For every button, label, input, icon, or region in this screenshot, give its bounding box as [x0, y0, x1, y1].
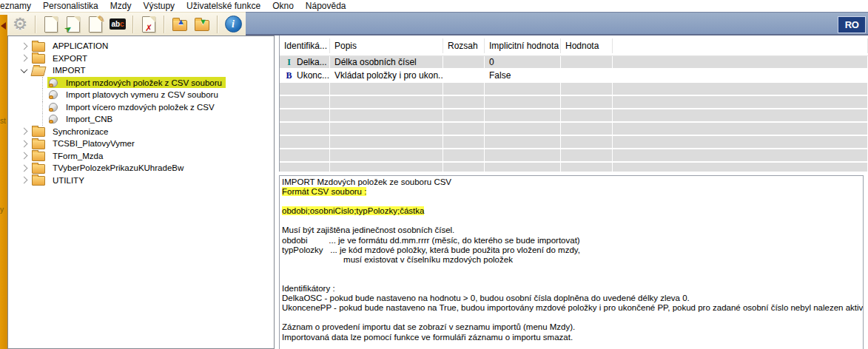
- tree-item-label: Synchronizace: [50, 127, 110, 136]
- table-cell: [280, 109, 330, 121]
- import-document-icon[interactable]: ➤: [64, 15, 83, 34]
- tree-item-label: UTILITY: [50, 176, 87, 185]
- tree-item-tform-mzda[interactable]: TForm_Mzda: [8, 150, 274, 163]
- table-cell: BUkonc...: [280, 70, 330, 81]
- description-line: Záznam o provedení importu dat se zobraz…: [282, 322, 863, 332]
- table-row[interactable]: [280, 109, 868, 121]
- tree-item-tcsbi-platovyvymer[interactable]: TCSBI_PlatovyVymer: [8, 138, 274, 150]
- table-cell: [561, 56, 613, 68]
- tree-item-tvyberpolozekprikazukuhradebw[interactable]: TVyberPolozekPrikazuKUhradeBw: [8, 162, 274, 174]
- menu-item-v-stupy[interactable]: Výstupy: [137, 1, 181, 11]
- chevron-right-icon[interactable]: [21, 55, 28, 62]
- table-cell: [561, 70, 613, 81]
- tree-item-label: Import_CNB: [64, 115, 115, 123]
- table-cell: [485, 109, 561, 121]
- table-cell: [485, 149, 561, 161]
- app-logo: RO: [838, 16, 866, 33]
- table-cell: 0: [485, 56, 561, 68]
- delete-document-icon[interactable]: ✗: [139, 15, 158, 34]
- column-header-spacer[interactable]: [613, 38, 868, 53]
- description-line: DelkaOSC - pokud bude nastaveno na hodno…: [282, 294, 863, 303]
- table-row[interactable]: [280, 83, 868, 95]
- table-cell: [280, 149, 330, 161]
- table-cell: [613, 136, 868, 148]
- tree-item-label: EXPORT: [50, 54, 90, 63]
- description-line: obdobi ... je ve formátu dd.mm.rrrr (měs…: [282, 236, 863, 245]
- table-cell: [443, 123, 485, 135]
- table-cell: [330, 136, 443, 148]
- menu-item-okno[interactable]: Okno: [266, 1, 300, 11]
- tree-item-utility[interactable]: UTILITY: [8, 174, 274, 187]
- folder-export-icon[interactable]: ▲: [170, 15, 189, 34]
- table-cell: [330, 149, 443, 161]
- toolbar-separator: [35, 16, 36, 33]
- chevron-right-icon[interactable]: [21, 140, 28, 147]
- table-row[interactable]: [280, 123, 868, 135]
- column-header-rozsah[interactable]: Rozsah: [443, 38, 485, 53]
- description-line: Musí být zajištěna jedinečnost osobních …: [282, 226, 863, 235]
- tree-item-application[interactable]: APPLICATION: [8, 40, 274, 52]
- info-icon[interactable]: i: [223, 15, 243, 34]
- new-document-icon[interactable]: [41, 15, 61, 34]
- tree-item-import-platovych-vymeru-z-csv-souboru[interactable]: Import platovych vymeru z CSV souboru: [8, 89, 274, 101]
- tree-item-import-mzdov-ch-polo-ek-z-csv-souboru[interactable]: Import mzdových položek z CSV souboru: [8, 77, 274, 89]
- table-row[interactable]: [280, 96, 868, 108]
- description-line: [282, 313, 863, 322]
- description-line: [282, 216, 863, 226]
- column-header-identifik-[interactable]: Identifiká...: [280, 38, 330, 53]
- description-line: IMPORT Mzdových položek ze souboru CSV: [282, 177, 863, 187]
- dock-strip-label: st: [0, 117, 6, 125]
- tree-item-synchronizace[interactable]: Synchronizace: [8, 126, 274, 138]
- table-row[interactable]: [280, 149, 868, 161]
- menu-item-mzdy[interactable]: Mzdy: [104, 1, 138, 11]
- table-cell: [330, 109, 443, 121]
- table-row[interactable]: IDelka...Délka osobních čísel0: [280, 56, 868, 68]
- collapse-left-icon[interactable]: [1, 22, 6, 30]
- dock-strip[interactable]: st y: [0, 15, 7, 349]
- table-cell: Vkládat položky i pro ukon...: [330, 70, 443, 81]
- table-row[interactable]: [280, 136, 868, 148]
- tree-item-import-v-cero-mzdov-ch-polo-ek-z-csv[interactable]: Import vícero mzdových položek z CSV: [8, 101, 274, 114]
- chevron-right-icon[interactable]: [21, 128, 28, 135]
- highlighted-text: Formát CSV souboru :: [282, 187, 366, 196]
- table-cell: [485, 136, 561, 148]
- column-header-hodnota[interactable]: Hodnota: [561, 38, 613, 53]
- folder-import-icon[interactable]: ▼: [192, 15, 212, 34]
- table-cell: [280, 96, 330, 108]
- table-cell: [485, 96, 561, 108]
- table-cell: [443, 83, 485, 95]
- table-cell: [561, 149, 613, 161]
- column-header-popis[interactable]: Popis: [330, 38, 443, 53]
- table-row[interactable]: BUkonc...Vkládat položky i pro ukon...Fa…: [280, 70, 868, 81]
- tree-item-label: TForm_Mzda: [50, 152, 105, 160]
- abc-icon[interactable]: abc: [108, 15, 127, 34]
- description-line: Formát CSV souboru :: [282, 187, 863, 197]
- edit-document-icon[interactable]: ✎: [86, 15, 105, 34]
- tree-item-export[interactable]: EXPORT: [8, 52, 274, 65]
- chevron-right-icon[interactable]: [21, 152, 28, 160]
- toolbar-icons-group: ⚙ ➤ ✎ abc ✗ ▲ ▼ i: [0, 12, 246, 35]
- menu-item-personalistika[interactable]: Personalistika: [37, 1, 104, 11]
- chevron-right-icon[interactable]: [21, 177, 28, 184]
- description-panel: IMPORT Mzdových položek ze souboru CSVFo…: [279, 175, 864, 349]
- menu-item-n-pov-da[interactable]: Nápověda: [300, 1, 352, 11]
- chevron-right-icon[interactable]: [21, 42, 28, 50]
- tree-item-label: Import vícero mzdových položek z CSV: [64, 103, 217, 112]
- toolbar-separator: [164, 16, 165, 33]
- table-cell: [330, 123, 443, 135]
- table-row[interactable]: [280, 163, 868, 172]
- chevron-right-icon[interactable]: [21, 164, 28, 172]
- gear-icon[interactable]: ⚙: [10, 15, 30, 34]
- menu-item-u-ivatelsk-funkce[interactable]: Uživatelské funkce: [181, 1, 266, 11]
- folder-icon: [32, 54, 45, 64]
- description-line: [282, 265, 863, 274]
- open-folder-icon: [30, 67, 46, 76]
- column-header-implicitn-hodnota[interactable]: Implicitní hodnota: [485, 38, 561, 53]
- tree-item-import[interactable]: IMPORT: [8, 64, 274, 77]
- tree-item-label: TCSBI_PlatovyVymer: [50, 139, 137, 148]
- chevron-down-icon[interactable]: [21, 66, 28, 73]
- tree-item-import-cnb[interactable]: Import_CNB: [8, 113, 274, 126]
- parameter-table: Identifiká...PopisRozsahImplicitní hodno…: [279, 35, 868, 172]
- menu-item-eznamy[interactable]: eznamy: [0, 1, 37, 11]
- table-cell: [561, 109, 613, 121]
